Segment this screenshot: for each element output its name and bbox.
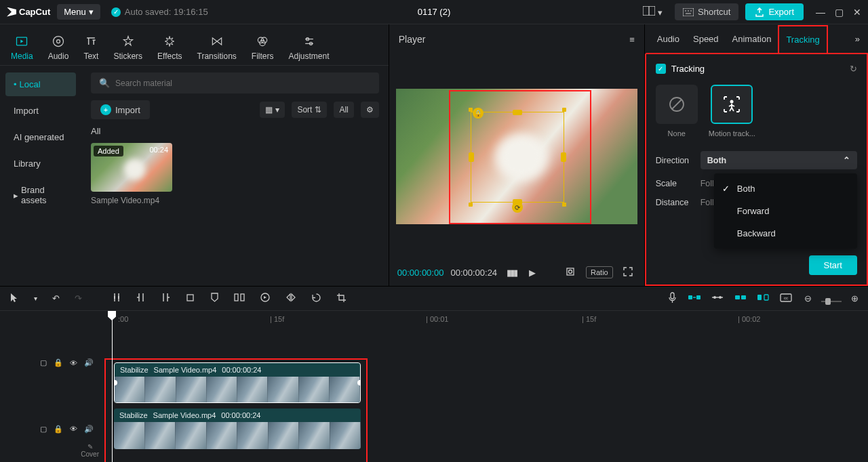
cc-icon[interactable]: cc: [777, 291, 795, 307]
track-frame-icon[interactable]: ▢: [40, 425, 47, 434]
preview-toggle[interactable]: [755, 291, 770, 306]
rp-tab-audio[interactable]: Audio: [650, 26, 686, 52]
timeline-ruler[interactable]: :00 | 15f | 00:01 | 15f | 00:02: [103, 311, 868, 330]
filter-settings[interactable]: ⚙: [361, 102, 379, 118]
tab-media[interactable]: Media: [4, 30, 40, 65]
view-toggle[interactable]: ▦▾: [260, 102, 285, 118]
split-right-icon[interactable]: [158, 289, 173, 308]
shortcut-button[interactable]: Shortcut: [675, 3, 738, 20]
volume-bars-icon[interactable]: ▮▮▮: [504, 265, 519, 280]
link-toggle[interactable]: [709, 292, 726, 305]
split-left-icon[interactable]: [134, 289, 149, 308]
media-item[interactable]: Added 00:24 Sample Video.mp4: [91, 143, 172, 205]
direction-dropdown[interactable]: Both ⌃: [701, 151, 857, 169]
sidebar-import[interactable]: Import: [5, 99, 76, 123]
pointer-tool[interactable]: [7, 289, 22, 308]
filter-all[interactable]: All: [334, 102, 353, 118]
rotate-handle[interactable]: ⟳: [512, 202, 523, 213]
handle-tl[interactable]: [469, 108, 473, 112]
lock-handle[interactable]: 🔒: [473, 108, 484, 119]
sidebar-library[interactable]: Library: [5, 152, 76, 175]
track-mute-icon[interactable]: 🔊: [84, 358, 94, 367]
search-input[interactable]: [115, 79, 371, 88]
cover-button[interactable]: ✎ Cover: [81, 443, 99, 458]
chevron-down-icon[interactable]: ▾: [31, 292, 40, 305]
track-lock-icon[interactable]: 🔒: [54, 358, 63, 367]
freeze-icon[interactable]: [231, 290, 248, 307]
rp-tab-speed[interactable]: Speed: [686, 26, 726, 52]
mic-icon[interactable]: [665, 289, 679, 308]
tab-adjustment[interactable]: Adjustment: [281, 30, 336, 65]
rotate-tool-icon[interactable]: [309, 290, 324, 308]
sidebar-local[interactable]: •Local: [5, 72, 76, 96]
layout-icon[interactable]: ▾: [637, 3, 668, 20]
tracking-box[interactable]: 🔒 ⟳: [471, 112, 564, 203]
split-icon[interactable]: [109, 289, 124, 308]
mirror-icon[interactable]: [283, 290, 299, 307]
clip-handle-right[interactable]: [357, 380, 361, 385]
tab-transitions[interactable]: Transitions: [191, 30, 243, 65]
playhead[interactable]: [112, 311, 113, 462]
tab-text[interactable]: Text: [77, 30, 105, 65]
rp-tab-tracking[interactable]: Tracking: [778, 25, 827, 53]
clip-1[interactable]: Stabilize Sample Video.mp4 00:00:00:24: [114, 362, 361, 403]
timeline-tracks[interactable]: :00 | 15f | 00:01 | 15f | 00:02 Stabiliz…: [103, 311, 868, 462]
clip-2[interactable]: Stabilize Sample Video.mp4 00:00:00:24: [114, 408, 361, 449]
dd-option-backward[interactable]: Backward: [714, 222, 857, 245]
media-thumbnail[interactable]: Added 00:24: [91, 143, 172, 192]
dd-option-forward[interactable]: Forward: [714, 200, 857, 222]
fullscreen-icon[interactable]: [620, 264, 636, 282]
search-bar[interactable]: 🔍: [91, 72, 379, 93]
play-button[interactable]: ▶: [526, 265, 538, 280]
track-mute-icon[interactable]: 🔊: [84, 425, 94, 434]
import-button[interactable]: + Import: [91, 100, 150, 119]
reverse-icon[interactable]: [257, 289, 273, 308]
track-eye-icon[interactable]: 👁: [70, 425, 77, 433]
tab-audio[interactable]: Audio: [41, 30, 76, 65]
handle-br[interactable]: [562, 203, 566, 207]
redo-icon[interactable]: ↷: [72, 291, 85, 306]
track-lock-icon[interactable]: 🔒: [54, 425, 63, 434]
zoom-in-icon[interactable]: ⊕: [848, 291, 861, 306]
undo-icon[interactable]: ↶: [50, 291, 62, 306]
player-viewport[interactable]: 🔒 ⟳: [389, 54, 644, 259]
mode-none[interactable]: None: [656, 85, 698, 138]
sort-button[interactable]: Sort ⇅: [292, 102, 327, 118]
zoom-out-icon[interactable]: ⊖: [802, 291, 814, 306]
dd-option-both[interactable]: ✓Both: [714, 177, 857, 200]
handle-bl[interactable]: [469, 203, 473, 207]
maximize-button[interactable]: ▢: [835, 7, 844, 18]
close-button[interactable]: ✕: [853, 7, 861, 18]
crop-icon[interactable]: [561, 263, 579, 282]
tracking-checkbox[interactable]: ✓ Tracking: [656, 64, 705, 74]
tab-filters[interactable]: Filters: [245, 30, 281, 65]
minimize-button[interactable]: —: [816, 7, 825, 18]
handle-ml[interactable]: [469, 152, 474, 162]
rp-tab-animation[interactable]: Animation: [726, 26, 778, 52]
start-button[interactable]: Start: [809, 255, 857, 275]
menu-button[interactable]: Menu ▾: [57, 4, 100, 20]
ratio-button[interactable]: Ratio: [586, 266, 613, 278]
handle-mt[interactable]: [513, 110, 522, 115]
player-menu-icon[interactable]: ≡: [629, 35, 635, 45]
track-frame-icon[interactable]: ▢: [40, 358, 47, 367]
tab-stickers[interactable]: Stickers: [106, 30, 149, 65]
export-button[interactable]: Export: [745, 3, 804, 20]
track-eye-icon[interactable]: 👁: [70, 359, 77, 367]
handle-tr[interactable]: [562, 108, 566, 112]
video-frame[interactable]: 🔒 ⟳: [396, 89, 637, 224]
handle-mr[interactable]: [561, 152, 566, 162]
sidebar-ai[interactable]: AI generated: [5, 125, 76, 149]
tab-effects[interactable]: Effects: [151, 30, 189, 65]
snap-toggle[interactable]: [732, 291, 749, 306]
more-tabs-icon[interactable]: »: [851, 34, 864, 44]
reset-icon[interactable]: ↻: [850, 64, 857, 74]
marker-icon[interactable]: [208, 289, 222, 308]
crop-tool-icon[interactable]: [182, 290, 198, 308]
crop2-icon[interactable]: [334, 290, 349, 308]
none-icon: [667, 95, 686, 114]
magnet-toggle[interactable]: [686, 291, 703, 306]
sidebar-brand[interactable]: ▸Brand assets: [5, 178, 76, 212]
zoom-slider[interactable]: [821, 296, 842, 301]
mode-motion-track[interactable]: Motion track...: [709, 85, 755, 138]
